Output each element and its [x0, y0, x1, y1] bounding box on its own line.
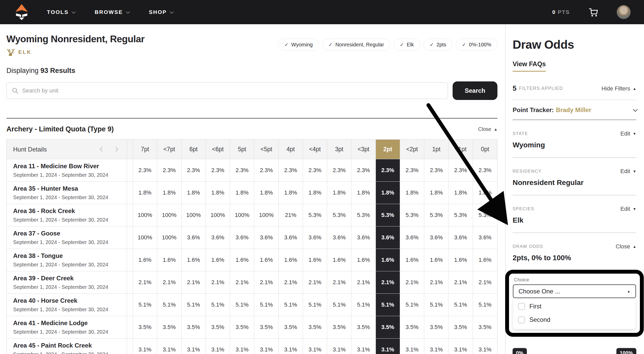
- table-header-7pt[interactable]: 7pt: [133, 140, 157, 159]
- odds-cell: 3.5%: [376, 316, 400, 339]
- table-header-2pt[interactable]: 2pt: [376, 140, 400, 159]
- hunt-dates: September 1, 2024 - September 30, 2024: [13, 307, 108, 313]
- table-header-<6pt[interactable]: <6pt: [206, 140, 230, 159]
- hunt-row-details[interactable]: Area 35 - Hunter MesaSeptember 1, 2024 -…: [7, 182, 127, 204]
- table-header-<2pt[interactable]: <2pt: [400, 140, 424, 159]
- chevron-right-icon[interactable]: [113, 147, 118, 151]
- hunt-row-details[interactable]: Area 38 - TongueSeptember 1, 2024 - Sept…: [7, 249, 127, 271]
- chevron-down-icon: [633, 107, 638, 112]
- hunt-area-name: Area 38 - Tongue: [13, 252, 63, 259]
- draw-odds-value: 2pts, 0% to 100%: [513, 254, 636, 262]
- odds-cell: 1.6%: [303, 249, 327, 271]
- odds-cell: 1.6%: [206, 249, 230, 271]
- chip-label: 0%-100%: [469, 42, 491, 48]
- choice-option-second[interactable]: Second: [513, 313, 635, 326]
- odds-cell: 21%: [279, 204, 303, 226]
- odds-cell: 5.1%: [133, 294, 157, 316]
- odds-cell: 1.6%: [230, 249, 254, 271]
- row-spacer: [127, 159, 133, 182]
- odds-cell: 5.3%: [400, 204, 424, 226]
- check-icon: ✓: [284, 42, 289, 48]
- cart-icon[interactable]: [588, 7, 599, 18]
- table-header-5pt[interactable]: 5pt: [230, 140, 254, 159]
- chevron-left-icon[interactable]: [100, 147, 104, 151]
- point-tracker-name: Brady Miller: [556, 106, 591, 114]
- choice-field-label: Choice: [514, 277, 636, 283]
- filter-chip[interactable]: ✓0%-100%: [456, 39, 497, 51]
- slider-min-badge: 0%: [513, 348, 527, 354]
- odds-cell: 3.5%: [351, 316, 376, 339]
- hunt-row-details[interactable]: Area 11 - Medicine Bow RiverSeptember 1,…: [7, 159, 127, 182]
- odds-cell: 2.3%: [448, 159, 473, 182]
- odds-cell: 100%: [182, 204, 206, 226]
- edit-state-button[interactable]: Edit▼: [620, 130, 636, 137]
- nav-item-shop[interactable]: SHOP: [149, 9, 173, 15]
- odds-cell: 2.3%: [473, 159, 497, 182]
- table-header-<4pt[interactable]: <4pt: [303, 140, 327, 159]
- odds-range-slider: 0% 100% 0% 100%: [513, 348, 636, 354]
- hunt-row-details[interactable]: Area 41 - Medicine LodgeSeptember 1, 202…: [7, 316, 127, 339]
- point-tracker-row[interactable]: Point Tracker: Brady Miller: [513, 100, 636, 120]
- points-indicator[interactable]: 0 PTS: [552, 9, 570, 15]
- table-header-4pt[interactable]: 4pt: [279, 140, 303, 159]
- choice-option-first[interactable]: First: [513, 300, 635, 313]
- odds-cell: 3.1%: [133, 339, 157, 354]
- odds-cell: 3.1%: [351, 339, 376, 354]
- edit-species-button[interactable]: Edit▼: [620, 206, 636, 212]
- checkbox[interactable]: [518, 316, 525, 323]
- odds-cell: 100%: [133, 204, 157, 226]
- table-header-hunt-details: Hunt Details: [7, 140, 127, 159]
- filter-chip[interactable]: ✓2pts: [423, 39, 453, 51]
- search-button[interactable]: Search: [453, 81, 497, 100]
- odds-cell: 3.1%: [206, 339, 230, 354]
- filter-chip[interactable]: ✓Elk: [394, 39, 420, 51]
- nav-item-tools[interactable]: TOOLS: [47, 9, 74, 15]
- table-header-spacer: [127, 140, 133, 159]
- table-header-<5pt[interactable]: <5pt: [254, 140, 278, 159]
- draw-odds-close-toggle[interactable]: Close▲: [616, 243, 636, 250]
- hunt-row-details[interactable]: Area 40 - Horse CreekSeptember 1, 2024 -…: [7, 294, 127, 316]
- filter-chip[interactable]: ✓Wyoming: [278, 39, 319, 51]
- odds-cell: 2.1%: [351, 271, 376, 294]
- view-faqs-link[interactable]: View FAQs: [513, 60, 546, 72]
- odds-cell: 5.1%: [473, 294, 497, 316]
- species-value: Elk: [513, 216, 636, 224]
- odds-cell: 1.8%: [327, 182, 351, 204]
- odds-cell: 3.5%: [206, 316, 230, 339]
- table-header-<7pt[interactable]: <7pt: [157, 140, 181, 159]
- hunt-row-details[interactable]: Area 36 - Rock CreekSeptember 1, 2024 - …: [7, 204, 127, 226]
- odds-cell: 1.8%: [182, 182, 206, 204]
- hunt-row-details[interactable]: Area 39 - Deer CreekSeptember 1, 2024 - …: [7, 271, 127, 294]
- draw-odds-sidebar: Draw Odds View FAQs 5 FILTERS APPLIED Hi…: [506, 24, 643, 354]
- odds-cell: 1.8%: [448, 182, 473, 204]
- odds-cell: 1.6%: [133, 249, 157, 271]
- odds-cell: 3.5%: [473, 316, 497, 339]
- choice-select[interactable]: Choose One ... ▲: [513, 284, 636, 298]
- odds-cell: 5.3%: [376, 204, 400, 226]
- gohunt-logo-icon[interactable]: [14, 4, 29, 20]
- filter-section-state: STATE Edit▼ Wyoming: [513, 120, 636, 158]
- search-input[interactable]: [22, 87, 443, 94]
- odds-cell: 2.1%: [448, 271, 473, 294]
- odds-cell: 3.1%: [327, 339, 351, 354]
- hide-filters-toggle[interactable]: Hide Filters▲: [601, 85, 636, 92]
- filter-chip[interactable]: ✓Nonresident, Regular: [322, 39, 390, 51]
- table-header-3pt[interactable]: 3pt: [327, 140, 351, 159]
- user-avatar[interactable]: [617, 5, 631, 19]
- table-header-<3pt[interactable]: <3pt: [351, 140, 376, 159]
- hunt-row-details[interactable]: Area 37 - GooseSeptember 1, 2024 - Septe…: [7, 226, 127, 249]
- chevron-down-icon: [170, 10, 174, 14]
- checkbox[interactable]: [518, 303, 525, 310]
- hunt-row-details[interactable]: Area 45 - Paint Rock CreekSeptember 1, 2…: [7, 339, 127, 354]
- check-icon: ✓: [462, 42, 466, 48]
- table-header-0pt[interactable]: 0pt: [473, 140, 497, 159]
- table-header-6pt[interactable]: 6pt: [182, 140, 206, 159]
- point-tracker-label: Point Tracker:: [513, 106, 554, 114]
- table-header-<1pt[interactable]: <1pt: [448, 140, 473, 159]
- search-box: [6, 82, 448, 99]
- odds-cell: 1.8%: [400, 182, 424, 204]
- section-close-toggle[interactable]: Close▲: [478, 126, 497, 132]
- nav-item-browse[interactable]: BROWSE: [95, 9, 129, 15]
- table-header-1pt[interactable]: 1pt: [424, 140, 448, 159]
- edit-residency-button[interactable]: Edit▼: [620, 168, 636, 175]
